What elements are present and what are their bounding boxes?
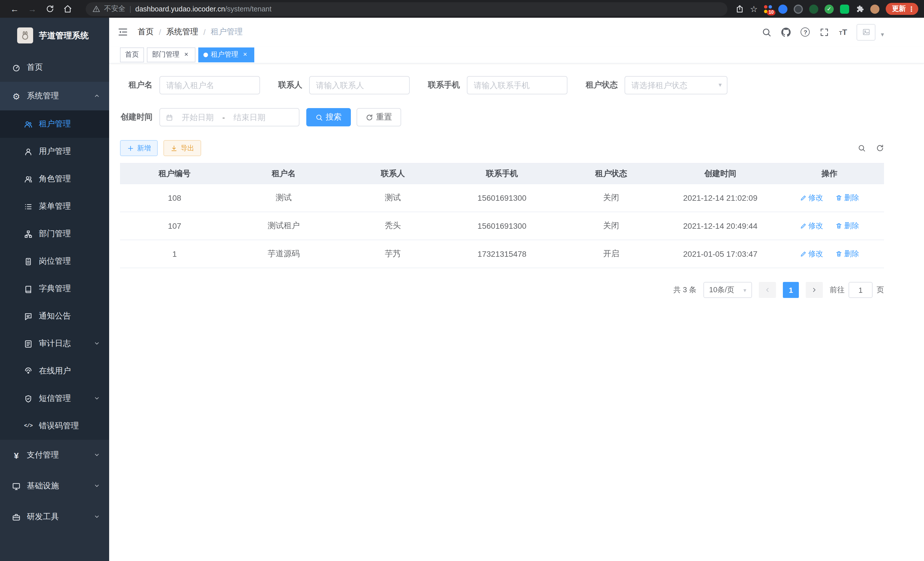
app-logo[interactable]: 芋道管理系统	[0, 18, 109, 53]
end-date-input[interactable]	[229, 113, 270, 122]
chevron-right-icon	[811, 287, 818, 293]
add-button[interactable]: 新增	[120, 140, 158, 156]
sidebar-item-infrastructure[interactable]: 基础设施	[0, 471, 109, 502]
cell-contact: 测试	[338, 184, 447, 212]
address-bar[interactable]: 不安全 | dashboard.yudao.iocoder.cn/system/…	[86, 2, 727, 16]
font-size-icon[interactable]: TT	[839, 27, 847, 37]
edit-pencil-icon	[800, 250, 807, 257]
sidebar-item-dict-management[interactable]: 字典管理	[0, 275, 109, 302]
sidebar-item-notice-announcement[interactable]: 通知公告	[0, 302, 109, 330]
sidebar-nav: 首页 ⚙ 系统管理 租户管理 用户管理	[0, 53, 109, 532]
sidebar-item-label: 岗位管理	[39, 256, 71, 266]
status-select[interactable]	[625, 76, 728, 94]
system-management-submenu: 租户管理 用户管理 角色管理 菜单管理	[0, 110, 109, 440]
share-icon[interactable]	[735, 5, 744, 13]
sidebar-item-error-code-management[interactable]: </> 错误码管理	[0, 412, 109, 440]
sidebar-item-sms-management[interactable]: 短信管理	[0, 385, 109, 412]
reload-icon[interactable]	[46, 5, 54, 13]
next-page-button[interactable]	[806, 282, 823, 298]
goto-page-input[interactable]	[849, 282, 873, 298]
search-icon[interactable]	[762, 27, 772, 37]
tab-label: 部门管理	[152, 50, 179, 59]
refresh-icon	[366, 114, 373, 121]
delete-link[interactable]: 删除	[836, 249, 859, 259]
sidebar-item-payment-management[interactable]: ¥ 支付管理	[0, 440, 109, 471]
search-button[interactable]: 搜索	[306, 108, 351, 126]
col-created: 创建时间	[666, 163, 775, 184]
browser-actions: ☆ 10 ✓ 更新 ⋮	[735, 3, 920, 15]
sidebar-item-home[interactable]: 首页	[0, 53, 109, 82]
extension-icon-4[interactable]	[809, 4, 818, 14]
close-icon[interactable]: ×	[182, 51, 190, 59]
date-range-picker[interactable]: -	[159, 108, 299, 126]
user-menu-caret-icon[interactable]: ▾	[881, 31, 884, 40]
breadcrumb-item-home[interactable]: 首页	[138, 27, 154, 37]
fullscreen-icon[interactable]	[820, 27, 830, 37]
breadcrumb-item-current: 租户管理	[211, 27, 243, 37]
back-icon[interactable]: ←	[10, 4, 19, 14]
phone-input[interactable]	[467, 76, 567, 94]
cell-actions: 修改 删除	[775, 240, 884, 268]
menu-list-icon	[24, 202, 33, 211]
sidebar-item-tenant-management[interactable]: 租户管理	[0, 110, 109, 138]
breadcrumb-item-system[interactable]: 系统管理	[166, 27, 198, 37]
filter-row-1: 租户名 联系人 联系手机 租户状态	[120, 76, 884, 94]
update-button[interactable]: 更新 ⋮	[886, 3, 918, 15]
filter-phone: 联系手机	[428, 76, 567, 94]
refresh-table-icon[interactable]	[876, 144, 884, 152]
tab-tenant-management[interactable]: 租户管理 ×	[198, 47, 254, 62]
home-icon[interactable]	[63, 5, 72, 13]
logo-avatar-icon	[17, 27, 33, 44]
tab-department-management[interactable]: 部门管理 ×	[147, 47, 195, 62]
url-path: /system/tenant	[225, 5, 272, 13]
tab-home[interactable]: 首页	[120, 47, 144, 62]
col-status: 租户状态	[556, 163, 666, 184]
extension-icon-2[interactable]	[778, 4, 788, 14]
sidebar-item-label: 部门管理	[39, 229, 71, 239]
select-caret-icon: ▾	[743, 287, 746, 293]
col-tenant-name: 租户名	[229, 163, 338, 184]
sidebar-item-system-management[interactable]: ⚙ 系统管理	[0, 82, 109, 110]
close-icon[interactable]: ×	[241, 51, 249, 59]
extension-icon-1[interactable]: 10	[764, 5, 772, 13]
table-tools	[858, 144, 884, 152]
cell-contact: 芋艿	[338, 240, 447, 268]
edit-link[interactable]: 修改	[800, 193, 823, 203]
github-icon[interactable]	[782, 27, 791, 37]
sidebar-item-user-management[interactable]: 用户管理	[0, 138, 109, 165]
chevron-down-icon	[94, 481, 100, 491]
extension-icon-6[interactable]	[840, 4, 849, 14]
forward-icon[interactable]: →	[28, 4, 37, 14]
sidebar-item-role-management[interactable]: 角色管理	[0, 165, 109, 193]
prev-page-button[interactable]	[759, 282, 776, 298]
start-date-input[interactable]	[177, 113, 218, 122]
extensions-puzzle-icon[interactable]	[855, 5, 864, 13]
user-avatar[interactable]	[857, 24, 876, 40]
tenant-name-input[interactable]	[159, 76, 260, 94]
sidebar-item-audit-log[interactable]: 审计日志	[0, 330, 109, 357]
sidebar-item-department-management[interactable]: 部门管理	[0, 220, 109, 248]
page-size-select[interactable]: 10条/页 ▾	[704, 282, 752, 298]
profile-avatar-icon[interactable]	[870, 4, 879, 14]
sidebar-item-online-users[interactable]: 在线用户	[0, 357, 109, 385]
reset-button-label: 重置	[376, 112, 392, 122]
delete-link[interactable]: 删除	[836, 221, 859, 231]
extension-icon-3[interactable]	[794, 4, 803, 14]
bookmark-star-icon[interactable]: ☆	[750, 4, 758, 14]
cell-phone: 15601691300	[447, 212, 556, 240]
edit-link[interactable]: 修改	[800, 221, 823, 231]
sidebar-fold-icon[interactable]	[118, 27, 128, 37]
delete-link[interactable]: 删除	[836, 193, 859, 203]
reset-button[interactable]: 重置	[357, 108, 401, 126]
filter-row-2: 创建时间 - 搜索 重置	[120, 108, 884, 126]
extension-icon-5[interactable]: ✓	[825, 4, 834, 14]
sidebar-item-menu-management[interactable]: 菜单管理	[0, 193, 109, 220]
page-number-current[interactable]: 1	[783, 282, 799, 298]
sidebar-item-post-management[interactable]: 岗位管理	[0, 248, 109, 275]
help-icon[interactable]: ?	[801, 27, 810, 37]
sidebar-item-dev-tools[interactable]: 研发工具	[0, 502, 109, 532]
contact-input[interactable]	[309, 76, 410, 94]
export-button[interactable]: 导出	[164, 140, 201, 156]
edit-link[interactable]: 修改	[800, 249, 823, 259]
show-search-icon[interactable]	[858, 144, 866, 152]
